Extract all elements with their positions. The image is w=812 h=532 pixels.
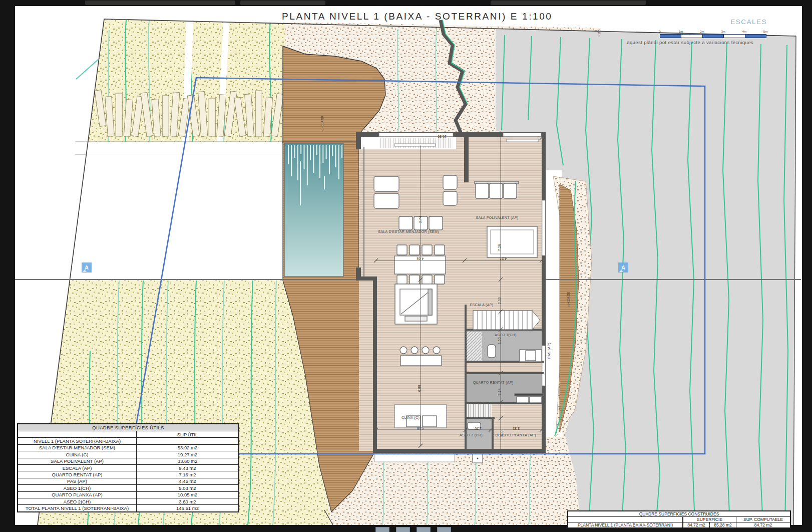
scale-tick: 5m <box>763 30 767 33</box>
room-label: QUARTO RENTAT (AP) <box>473 381 514 384</box>
scale-heading: ESCALES <box>717 18 767 26</box>
table-row: QUARTO RENTAT (AP)7.16 m2 <box>18 471 239 478</box>
scale-tick: 4m <box>742 30 746 33</box>
column-header: SUPERFÍCIE <box>683 517 736 522</box>
table-row: PLANTA NIVELL 1 (PLANTA BAIXA-SOTERRANI)… <box>568 522 790 528</box>
table-row: TOTAL PLANTA NIVELL 1 (SOTERRANI-BAIXA)1… <box>18 505 239 512</box>
staircase <box>473 311 540 330</box>
building-floorplan <box>356 132 546 463</box>
dimension-label: 2.00 <box>498 297 501 304</box>
column-header: SUP.ÚTIL <box>137 431 239 438</box>
top-chrome <box>0 0 812 6</box>
built-areas-table: QUADRE SUPERFICIES CONSTRUIDES SUPERFÍCI… <box>567 510 791 528</box>
scale-tick: 3m <box>721 30 725 33</box>
screen: PLANTA NIVELL 1 (BAIXA - SOTERRANI) E 1:… <box>0 0 812 532</box>
level-marker: +115 <box>597 30 601 37</box>
top-chrome-glyph <box>491 1 646 5</box>
dimension-label: 3.00 <box>500 430 504 437</box>
section-arrow-icon <box>83 270 87 272</box>
table-row: ASEO 2(CH)3.60 m2 <box>18 498 239 504</box>
taskbar-icon[interactable] <box>396 527 410 532</box>
scale-segment <box>660 35 681 38</box>
taskbar-icon[interactable] <box>437 527 451 532</box>
right-chrome <box>802 0 812 532</box>
room-label: ESCALA (AP) <box>470 303 493 307</box>
scale-tick-labels: 01m2m3m4m5m <box>660 30 766 34</box>
scale-segment <box>745 35 766 38</box>
dimension-label: 10.30 <box>438 135 447 138</box>
room-label: ASEO 2 (CH) <box>460 433 483 437</box>
scale-segment <box>724 35 745 38</box>
scale-tick: 2m <box>700 30 704 33</box>
scale-tick: 1m <box>679 30 683 33</box>
room-label: ASEO 1(CH) <box>495 333 517 337</box>
page-title: PLANTA NIVELL 1 (BAIXA - SOTERRANI) E 1:… <box>282 11 553 22</box>
table-title: QUADRE SUPERFICIES CONSTRUIDES <box>568 511 790 517</box>
table-row: ASEO 1(CH)5.03 m2 <box>18 485 239 491</box>
dimension-label: 4.68 <box>417 427 424 430</box>
table-row: ESCALA (AP)9.43 m2 <box>18 464 239 471</box>
taskbar-icon[interactable] <box>375 527 389 532</box>
scale-segment <box>681 35 702 38</box>
dimension-label: 7.26 <box>498 244 501 251</box>
room-label: SALA D'ESTAR-MENJADOR (SEM) <box>378 230 439 233</box>
top-chrome-glyph <box>85 1 235 5</box>
dimension-label: 6.88 <box>418 385 421 392</box>
level-marker: ◁ +104.50 <box>320 116 324 131</box>
level-marker: ◁ +104.50 <box>567 292 571 307</box>
room-label: PAS (AP) <box>547 343 551 359</box>
dimension-label: 4.57 <box>500 257 507 260</box>
table-row: CUINA (C)19.27 m2 <box>18 451 239 458</box>
dimension-label: 2.74 <box>419 216 422 223</box>
dimension-label: 3.35 <box>513 427 520 430</box>
section-arrow-icon <box>619 270 623 272</box>
taskbar-icon[interactable] <box>417 527 431 532</box>
dimension-label: 4.68 <box>417 257 424 260</box>
table-row: SALA POLIVALENT (AP)33.60 m2 <box>18 458 239 464</box>
section-marker-A-right: A <box>618 262 628 273</box>
table-row: QUARTO PLANXA (AP)10.05 m2 <box>18 491 239 498</box>
disclaimer-note: aquest plànol pot estar subjecte a varia… <box>576 40 753 45</box>
scale-tick: 0 <box>659 30 660 33</box>
room-label: CUINA (C) <box>401 416 420 419</box>
left-chrome <box>0 0 15 532</box>
scale-segment <box>703 35 724 38</box>
table-title: QUADRE SUPERFÍCIES ÚTILS <box>18 424 239 431</box>
scale-bar-segments <box>660 34 766 38</box>
dimension-label: 1.50 <box>498 337 501 344</box>
top-chrome-glyph <box>240 1 325 5</box>
room-label: SALA POLIVALENT (AP) <box>476 216 519 219</box>
section-marker-A-left: A <box>82 262 92 273</box>
dimension-label: 2.14 <box>498 388 501 395</box>
access-band <box>70 142 285 279</box>
table-row: SALA D'ESTAR-MENJADOR (SEM)53.92 m2 <box>18 444 239 451</box>
dimension-label: 1.20 <box>475 427 482 430</box>
table-row: NIVELL 1 (PLANTA SOTERRANI-BAIXA) <box>18 438 239 444</box>
useful-areas-table: QUADRE SUPERFÍCIES ÚTILS SUP.ÚTIL NIVELL… <box>17 423 239 512</box>
graphic-scale-bar: 01m2m3m4m5m <box>660 30 766 39</box>
column-header: SUP. COMPUTABLE <box>736 517 791 522</box>
table-row: PAS (AP)4.45 m2 <box>18 478 239 484</box>
